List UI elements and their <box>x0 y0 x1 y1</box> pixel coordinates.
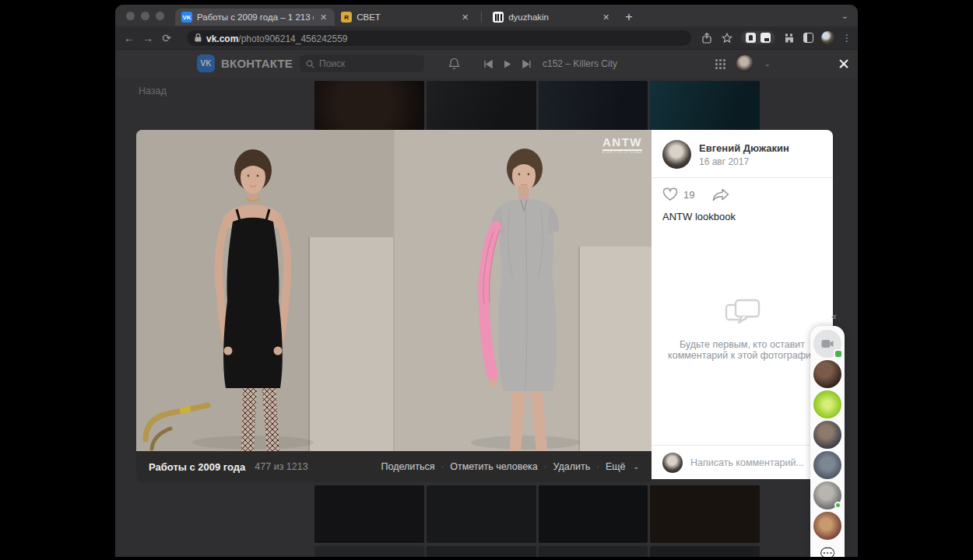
share-arrow-icon[interactable] <box>712 188 729 201</box>
comment-input-placeholder: Написать комментарий... <box>690 457 804 468</box>
vk-logo-text: ВКОНТАКТЕ <box>221 57 293 70</box>
url-path: /photo906214_456242559 <box>238 33 347 44</box>
tab-title: СВЕТ <box>357 12 381 22</box>
browser-menu-icon[interactable]: ⋮ <box>842 33 852 44</box>
start-call-camera-button[interactable] <box>813 330 841 358</box>
photo-thumbnail <box>539 81 648 131</box>
photo-thumbnail <box>650 81 760 131</box>
tab-close-icon[interactable]: ✕ <box>460 12 470 23</box>
online-camera-badge <box>834 349 843 359</box>
close-viewer-button[interactable]: ✕ <box>835 56 852 73</box>
comment-input-row[interactable]: Написать комментарий... <box>652 445 833 479</box>
browser-profile-avatar[interactable] <box>821 31 834 44</box>
now-playing-track[interactable]: c152 – Killers City <box>543 58 617 69</box>
more-action[interactable]: Ещё <box>606 461 626 472</box>
bookmark-star-icon[interactable] <box>721 32 733 44</box>
sidebar-icon[interactable] <box>803 33 813 43</box>
vk-logo-icon: VK <box>197 54 215 72</box>
photo-thumbnail <box>314 485 424 543</box>
photo-display[interactable]: ANTW A NEW TYPE OF WOMAN <box>136 130 652 451</box>
like-heart-icon[interactable] <box>662 187 678 201</box>
tab-svet[interactable]: R СВЕТ ✕ <box>335 9 476 26</box>
vk-apps-grid-icon[interactable] <box>715 59 725 69</box>
comments-empty-text: Будьте первым, кто оставит <box>668 339 817 350</box>
screen: VK Работы с 2009 года – 1 213 ф ✕ R СВЕТ… <box>0 0 973 560</box>
antw-watermark-subtext: A NEW TYPE OF WOMAN <box>602 151 642 154</box>
vk-profile-avatar[interactable] <box>736 55 753 72</box>
photo-thumbnail <box>539 546 648 557</box>
author-name-link[interactable]: Евгений Дюжакин <box>699 142 789 154</box>
chat-bubble-icon[interactable]: 💬 <box>820 547 835 557</box>
browser-toolbar: ← → ⟳ vk.com/photo906214_456242559 <box>115 26 858 50</box>
vk-page: VK ВКОНТАКТЕ Поиск c152 – Killers City ⌄ <box>115 50 858 557</box>
more-chevron-icon: ⌄ <box>633 463 639 471</box>
toolbar-icons: ⋮ <box>701 31 852 44</box>
photo-thumbnail <box>314 81 424 131</box>
share-page-icon[interactable] <box>701 32 713 44</box>
vk-header: VK ВКОНТАКТЕ Поиск c152 – Killers City ⌄ <box>115 50 858 78</box>
comments-bubbles-icon <box>725 299 760 328</box>
picture-in-picture-icon[interactable] <box>760 33 771 43</box>
minimize-window-button[interactable] <box>141 12 149 20</box>
new-tab-button[interactable]: + <box>617 10 640 24</box>
close-window-button[interactable] <box>126 12 135 20</box>
zoom-window-button[interactable] <box>156 12 164 20</box>
friend-avatar[interactable] <box>813 421 841 449</box>
friend-avatar[interactable] <box>813 360 841 388</box>
lock-icon <box>195 33 202 42</box>
tab-dyuzhakin[interactable]: dyuzhakin ✕ <box>486 9 617 26</box>
tab-close-icon[interactable]: ✕ <box>601 12 611 23</box>
photo-right-gray-dress[interactable]: ANTW A NEW TYPE OF WOMAN <box>395 130 652 451</box>
action-separator: · <box>544 462 547 471</box>
tab-list-chevron-icon[interactable]: ⌄ <box>841 11 848 21</box>
photo-thumbnail <box>650 546 760 557</box>
player-previous-icon[interactable] <box>483 60 493 68</box>
widget-collapse-chevrons[interactable]: « <box>831 311 835 322</box>
author-avatar[interactable] <box>662 140 691 169</box>
viewer-actions: Поделиться · Отметить человека · Удалить… <box>381 461 640 472</box>
vk-favicon: VK <box>181 12 192 23</box>
photo-thumbnail <box>314 546 424 557</box>
player-play-icon[interactable] <box>504 60 511 68</box>
vk-header-right: c152 – Killers City ⌄ <box>448 50 771 78</box>
photo-date[interactable]: 16 авг 2017 <box>699 156 789 167</box>
browser-window: VK Работы с 2009 года – 1 213 ф ✕ R СВЕТ… <box>115 5 858 557</box>
address-bar[interactable]: vk.com/photo906214_456242559 <box>187 30 691 46</box>
extension-icon[interactable] <box>746 33 756 43</box>
album-name-link[interactable]: Работы с 2009 года <box>149 461 245 473</box>
photo-viewer: ANTW A NEW TYPE OF WOMAN Работы с 2009 г… <box>136 130 833 484</box>
photo-caption: ANTW lookbook <box>652 208 833 230</box>
profile-chevron-icon: ⌄ <box>764 60 771 68</box>
forward-button[interactable]: → <box>139 32 157 44</box>
friend-avatar[interactable] <box>813 451 841 479</box>
photo-left-black-dress[interactable] <box>136 130 393 451</box>
notifications-bell-icon[interactable] <box>448 58 460 70</box>
photo-grid-row-top <box>314 81 760 131</box>
friend-avatar[interactable] <box>813 481 841 509</box>
back-button[interactable]: ← <box>120 32 139 44</box>
reload-button[interactable]: ⟳ <box>157 32 176 44</box>
tab-vk-photos[interactable]: VK Работы с 2009 года – 1 213 ф ✕ <box>175 9 335 26</box>
like-count: 19 <box>683 189 694 201</box>
pinned-extensions <box>741 31 775 44</box>
share-action[interactable]: Поделиться <box>381 461 435 472</box>
photo-info-panel: Евгений Дюжакин 16 авг 2017 19 ANTW look… <box>652 130 833 479</box>
player-next-icon[interactable] <box>522 60 532 68</box>
friend-avatar[interactable] <box>813 512 841 540</box>
action-separator: · <box>596 462 599 471</box>
stripes-favicon <box>493 12 504 23</box>
vk-logo[interactable]: VK ВКОНТАКТЕ <box>197 54 293 72</box>
friend-avatar-lime[interactable] <box>813 390 841 418</box>
tab-close-icon[interactable]: ✕ <box>318 12 328 23</box>
photo-grid-row-bottom <box>314 485 760 543</box>
photo-counter: 477 из 1213 <box>255 461 307 472</box>
extensions-puzzle-icon[interactable] <box>783 32 796 44</box>
comments-empty-state: Будьте первым, кто оставит комментарий к… <box>652 230 833 445</box>
photo-thumbnail <box>650 485 760 543</box>
antw-watermark: ANTW <box>602 136 642 151</box>
viewer-footer: Работы с 2009 года 477 из 1213 Поделитьс… <box>136 451 652 482</box>
delete-action[interactable]: Удалить <box>553 461 590 472</box>
tag-person-action[interactable]: Отметить человека <box>450 461 538 472</box>
search-icon <box>306 60 314 68</box>
vk-search-input[interactable]: Поиск <box>300 55 424 72</box>
